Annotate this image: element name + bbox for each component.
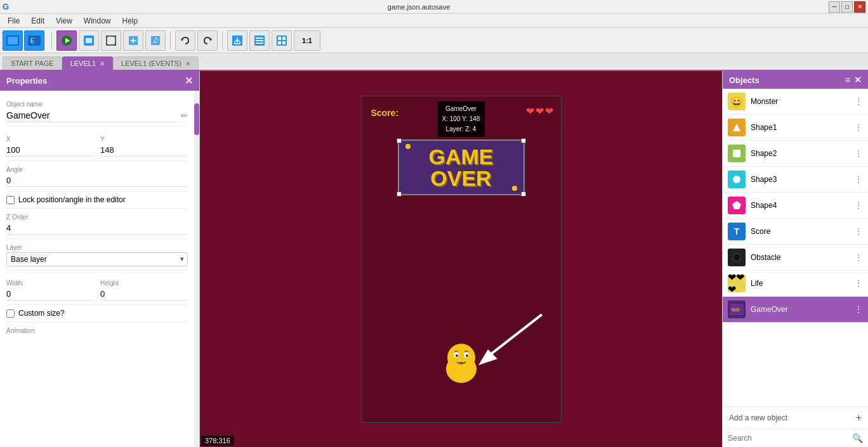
tab-start-page[interactable]: START PAGE bbox=[3, 56, 62, 70]
divider-2 bbox=[6, 160, 188, 161]
menu-view[interactable]: View bbox=[51, 15, 77, 27]
svg-rect-10 bbox=[151, 36, 160, 45]
obstacle-name: Obstacle bbox=[751, 253, 849, 262]
object-item-life[interactable]: ❤❤❤ Life ⋮ bbox=[723, 271, 868, 297]
zoom-level-button[interactable]: 1:1 bbox=[294, 30, 320, 51]
app-logo: G bbox=[3, 2, 9, 11]
undo-button[interactable] bbox=[175, 30, 195, 51]
layer-select[interactable]: Base layer UI Layer Background bbox=[6, 252, 188, 266]
svg-marker-11 bbox=[181, 39, 183, 41]
zoom-in-button[interactable] bbox=[123, 30, 143, 51]
objects-search-input[interactable] bbox=[728, 434, 848, 443]
play-button[interactable] bbox=[56, 30, 77, 51]
svg-rect-17 bbox=[256, 42, 263, 44]
gameover-object-name: GameOver bbox=[751, 305, 849, 314]
object-item-score[interactable]: T Score ⋮ bbox=[723, 219, 868, 245]
custom-size-row: Custom size? bbox=[6, 309, 188, 318]
svg-rect-21 bbox=[278, 41, 281, 44]
character-sprite bbox=[443, 341, 480, 384]
tab-start-page-label: START PAGE bbox=[11, 60, 54, 67]
life-menu-btn[interactable]: ⋮ bbox=[854, 278, 863, 288]
score-menu-btn[interactable]: ⋮ bbox=[854, 226, 863, 236]
object-item-gameover[interactable]: GO GameOver ⋮ bbox=[723, 297, 868, 323]
objects-footer: Add a new object + bbox=[723, 406, 868, 429]
scene-button[interactable] bbox=[3, 30, 23, 51]
gameover-sprite[interactable]: GAMEOVER bbox=[398, 139, 525, 195]
shape4-menu-btn[interactable]: ⋮ bbox=[854, 200, 863, 211]
menu-file[interactable]: File bbox=[3, 15, 25, 27]
scene-list-button[interactable] bbox=[249, 30, 270, 51]
divider-1 bbox=[6, 126, 188, 127]
close-window-button[interactable]: ✕ bbox=[854, 1, 865, 13]
menu-help[interactable]: Help bbox=[117, 15, 143, 27]
height-input[interactable] bbox=[100, 288, 188, 301]
object-name-label: Object name bbox=[6, 101, 188, 108]
handle-bl bbox=[397, 191, 402, 197]
title-bar-title: game.json.autosave bbox=[9, 3, 829, 11]
custom-size-checkbox[interactable] bbox=[6, 309, 15, 318]
minimize-button[interactable]: ─ bbox=[829, 1, 840, 13]
obstacle-menu-btn[interactable]: ⋮ bbox=[854, 252, 863, 262]
tab-level1-close[interactable]: ✕ bbox=[100, 60, 105, 67]
angle-input[interactable] bbox=[6, 174, 188, 187]
title-bar-left: G bbox=[3, 2, 9, 11]
shape2-menu-btn[interactable]: ⋮ bbox=[854, 148, 863, 159]
objects-filter-icon[interactable]: ≡ bbox=[845, 75, 850, 85]
gameover-icon: GO bbox=[728, 301, 746, 318]
object-item-shape1[interactable]: Shape1 ⋮ bbox=[723, 115, 868, 141]
lock-label: Lock position/angle in the editor bbox=[18, 195, 126, 204]
maximize-button[interactable]: □ bbox=[841, 1, 853, 13]
menu-bar: File Edit View Window Help bbox=[0, 14, 868, 28]
objects-list-button[interactable] bbox=[272, 30, 292, 51]
objects-search-bar: 🔍 bbox=[723, 429, 868, 447]
objects-close-icon[interactable]: ✕ bbox=[854, 75, 862, 85]
object-name-edit-icon[interactable]: ✏ bbox=[181, 111, 188, 120]
object-name-row: ✏ bbox=[6, 109, 188, 122]
redo-button[interactable] bbox=[197, 30, 218, 51]
menu-edit[interactable]: Edit bbox=[26, 15, 49, 27]
search-icon[interactable]: 🔍 bbox=[852, 433, 863, 443]
object-item-obstacle[interactable]: Obstacle ⋮ bbox=[723, 245, 868, 271]
object-item-monster[interactable]: 😄 Monster ⋮ bbox=[723, 89, 868, 115]
object-item-shape2[interactable]: Shape2 ⋮ bbox=[723, 141, 868, 167]
monster-menu-btn[interactable]: ⋮ bbox=[854, 96, 863, 107]
game-canvas: Score: ❤❤❤ GameOver X: 100 Y: 148 Layer:… bbox=[361, 96, 562, 423]
toolbar-sep-3 bbox=[222, 32, 223, 49]
properties-header: Properties ✕ bbox=[0, 71, 199, 91]
add-object-button[interactable]: Add a new object bbox=[729, 413, 787, 422]
tab-level1-events-close[interactable]: ✕ bbox=[185, 60, 190, 67]
fullscreen-button[interactable] bbox=[101, 30, 121, 51]
svg-rect-1 bbox=[8, 37, 18, 44]
divider-4 bbox=[6, 208, 188, 209]
svg-rect-8 bbox=[107, 36, 115, 45]
width-input[interactable] bbox=[6, 288, 94, 301]
shape3-menu-btn[interactable]: ⋮ bbox=[854, 174, 863, 185]
properties-title: Properties bbox=[6, 76, 47, 86]
tab-level1-events[interactable]: LEVEL1 (EVENTS) ✕ bbox=[113, 56, 199, 70]
zorder-label: Z Order bbox=[6, 214, 188, 221]
gameover-menu-btn[interactable]: ⋮ bbox=[854, 304, 863, 314]
svg-rect-19 bbox=[278, 37, 281, 40]
lock-checkbox[interactable] bbox=[6, 196, 15, 204]
export-button[interactable] bbox=[227, 30, 247, 51]
canvas-area[interactable]: Score: ❤❤❤ GameOver X: 100 Y: 148 Layer:… bbox=[200, 71, 722, 447]
obstacle-icon bbox=[728, 249, 746, 266]
title-bar-controls[interactable]: ─ □ ✕ bbox=[829, 1, 865, 13]
properties-scrollbar[interactable] bbox=[194, 91, 199, 447]
x-input[interactable] bbox=[6, 144, 94, 157]
zorder-input[interactable] bbox=[6, 222, 188, 235]
object-item-shape4[interactable]: Shape4 ⋮ bbox=[723, 193, 868, 219]
menu-window[interactable]: Window bbox=[79, 15, 116, 27]
handle-tr bbox=[521, 138, 526, 143]
properties-close-button[interactable]: ✕ bbox=[185, 75, 193, 87]
events-button[interactable]: E bbox=[24, 30, 44, 51]
shape1-menu-btn[interactable]: ⋮ bbox=[854, 122, 863, 133]
objects-header: Objects ≡ ✕ bbox=[723, 71, 868, 89]
y-input[interactable] bbox=[100, 144, 188, 157]
tab-level1[interactable]: LEVEL1 ✕ bbox=[62, 56, 113, 70]
add-plus-icon[interactable]: + bbox=[856, 412, 862, 424]
object-name-input[interactable] bbox=[6, 109, 178, 122]
stop-preview-button[interactable] bbox=[79, 30, 99, 51]
edit-mode-button[interactable] bbox=[145, 30, 166, 51]
object-item-shape3[interactable]: Shape3 ⋮ bbox=[723, 167, 868, 193]
